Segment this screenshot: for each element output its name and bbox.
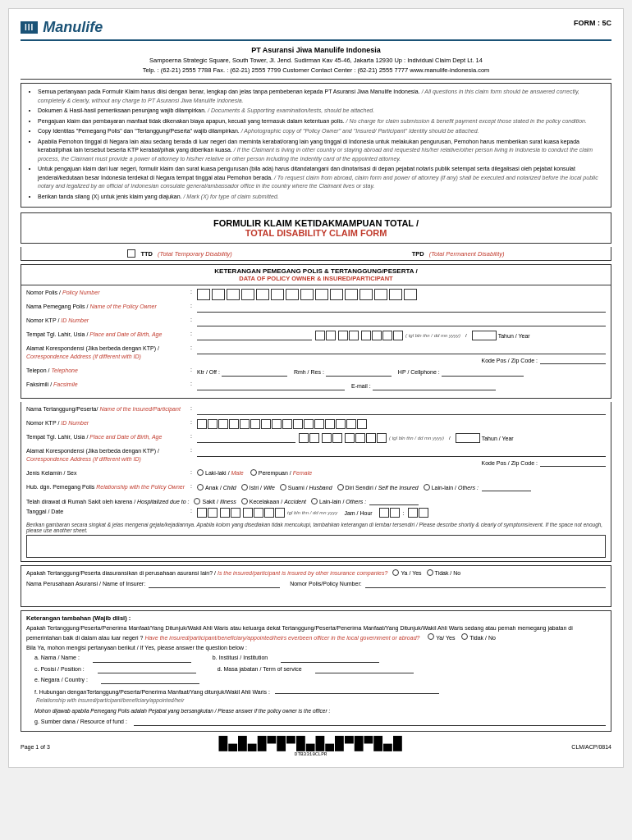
add-info-tidak-item[interactable]: Tidak / No <box>461 635 495 641</box>
birth2-day-2[interactable] <box>309 433 319 443</box>
birth-place-input[interactable] <box>197 331 312 340</box>
sex-male-item[interactable]: Laki-laki / Male <box>197 469 244 476</box>
pn-box-3[interactable] <box>227 289 240 300</box>
pn-box-15[interactable] <box>404 289 417 300</box>
ktp2-box-1[interactable] <box>197 419 207 429</box>
inc-day-2[interactable] <box>208 508 218 518</box>
email-input[interactable] <box>373 381 496 390</box>
ins-name-input[interactable] <box>149 578 280 588</box>
inc-day-1[interactable] <box>197 508 207 518</box>
pn-box-6[interactable] <box>271 289 284 300</box>
ktp2-box-10[interactable] <box>293 419 303 429</box>
birth-year-1[interactable] <box>361 331 371 340</box>
ktp2-box-16[interactable] <box>357 419 367 429</box>
pn-box-7[interactable] <box>286 289 299 300</box>
hosp-lain[interactable]: Lain-lain / Others : <box>311 497 419 505</box>
field-g-input[interactable] <box>134 717 606 726</box>
inc-year-4[interactable] <box>275 508 285 518</box>
other-ins-ya[interactable]: Ya / Yes <box>392 569 421 576</box>
rel-istri-radio[interactable] <box>241 484 248 491</box>
ktr-input[interactable] <box>222 367 287 377</box>
hour-box-1[interactable] <box>379 508 389 518</box>
birth2-place-input[interactable] <box>197 433 295 443</box>
ktp2-box-11[interactable] <box>304 419 314 429</box>
add-info-tidak-radio[interactable] <box>461 633 468 640</box>
inc-year-1[interactable] <box>243 508 253 518</box>
desc-textarea[interactable] <box>26 535 606 558</box>
ins-policy-input[interactable] <box>365 578 606 588</box>
birth-year-2[interactable] <box>372 331 382 340</box>
rel-diri[interactable]: Diri Sendiri / Self the Insured <box>337 484 419 491</box>
pn-box-14[interactable] <box>389 289 402 300</box>
birth2-year-2[interactable] <box>355 433 365 443</box>
inc-month-1[interactable] <box>220 508 230 518</box>
field-e-input[interactable] <box>101 675 199 684</box>
rel-suami[interactable]: Suami / Husband <box>280 484 332 491</box>
hosp-kecelakaan[interactable]: Kecelakaan / Accident <box>241 498 306 504</box>
kode-pos-input[interactable] <box>540 356 606 364</box>
rel-lain[interactable]: Lain-lain / Others : <box>424 483 531 491</box>
birth2-year-1[interactable] <box>345 433 355 443</box>
ktp2-box-6[interactable] <box>250 419 260 429</box>
tahun2-input[interactable] <box>456 433 480 443</box>
insured-name-input[interactable] <box>197 405 606 415</box>
ktp2-box-3[interactable] <box>218 419 228 429</box>
birth-year-3[interactable] <box>382 331 392 340</box>
ktp2-box-14[interactable] <box>336 419 346 429</box>
other-ins-tidak[interactable]: Tidak / No <box>427 569 461 576</box>
ktp2-box-9[interactable] <box>282 419 292 429</box>
rel-anak-radio[interactable] <box>197 484 204 491</box>
rel-anak[interactable]: Anak / Child <box>197 484 236 491</box>
ktp2-box-7[interactable] <box>261 419 271 429</box>
pn-box-1[interactable] <box>197 289 210 300</box>
rel-diri-radio[interactable] <box>337 484 344 491</box>
rmh-input[interactable] <box>326 367 392 377</box>
birth-day-1[interactable] <box>315 331 325 340</box>
inc-year-2[interactable] <box>254 508 263 518</box>
pn-box-2[interactable] <box>212 289 225 300</box>
birth2-day-1[interactable] <box>299 433 309 443</box>
hosp-sakit[interactable]: Sakit / Illness <box>194 498 236 504</box>
birth2-year-4[interactable] <box>377 433 387 443</box>
birth-day-2[interactable] <box>326 331 336 340</box>
address2-line1-input[interactable] <box>197 447 606 457</box>
birth-month-1[interactable] <box>338 331 348 340</box>
birth2-month-2[interactable] <box>332 433 342 443</box>
minute-box-1[interactable] <box>408 508 418 518</box>
ktp2-box-12[interactable] <box>314 419 324 429</box>
pn-box-11[interactable] <box>345 289 358 300</box>
birth-year-4[interactable] <box>393 331 403 340</box>
field-a-input[interactable] <box>93 653 191 662</box>
inc-year-3[interactable] <box>264 508 274 518</box>
pn-box-4[interactable] <box>241 289 254 300</box>
birth2-year-3[interactable] <box>366 433 376 443</box>
ttd-checkbox[interactable] <box>127 249 135 258</box>
add-info-ya-item[interactable]: Ya/ Yes <box>428 635 456 641</box>
hour-box-2[interactable] <box>390 508 400 518</box>
pn-box-12[interactable] <box>360 289 373 300</box>
pn-box-5[interactable] <box>256 289 269 300</box>
hosp-lain-input[interactable] <box>369 497 419 505</box>
ktp2-box-2[interactable] <box>208 419 218 429</box>
ktp2-box-5[interactable] <box>240 419 250 429</box>
sex-male-radio[interactable] <box>197 469 204 476</box>
field-c-input[interactable] <box>98 664 196 673</box>
hosp-sakit-radio[interactable] <box>194 498 200 504</box>
field-f-input[interactable] <box>275 686 439 694</box>
tahun-input[interactable] <box>472 331 497 340</box>
hosp-lain-radio[interactable] <box>311 498 318 504</box>
birth2-month-1[interactable] <box>322 433 332 443</box>
address-line1-input[interactable] <box>197 345 606 354</box>
birth-month-2[interactable] <box>349 331 359 340</box>
pn-box-13[interactable] <box>374 289 387 300</box>
add-info-ya-radio[interactable] <box>428 633 434 640</box>
ktp2-box-4[interactable] <box>229 419 239 429</box>
hosp-kecelakaan-radio[interactable] <box>241 498 248 504</box>
inc-month-2[interactable] <box>231 508 240 518</box>
kode-pos2-input[interactable] <box>540 459 606 467</box>
ktp2-box-13[interactable] <box>325 419 335 429</box>
ktp-input[interactable] <box>197 317 606 326</box>
ktp2-box-8[interactable] <box>272 419 282 429</box>
pn-box-8[interactable] <box>300 289 314 300</box>
field-d-input[interactable] <box>315 664 414 673</box>
